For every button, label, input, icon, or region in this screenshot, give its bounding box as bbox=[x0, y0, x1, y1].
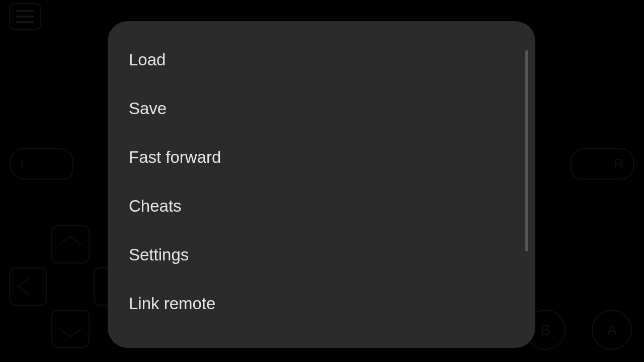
menu-list: Load Save Fast forward Cheats Settings L… bbox=[108, 21, 535, 328]
menu-item-cheats[interactable]: Cheats bbox=[108, 182, 535, 230]
menu-item-link-remote[interactable]: Link remote bbox=[108, 279, 535, 328]
emulator-menu-dialog: Load Save Fast forward Cheats Settings L… bbox=[108, 21, 535, 348]
menu-item-label: Settings bbox=[129, 245, 189, 264]
menu-item-label: Cheats bbox=[129, 197, 182, 216]
menu-item-label: Load bbox=[129, 50, 166, 69]
menu-item-load[interactable]: Load bbox=[108, 35, 535, 84]
menu-item-label: Save bbox=[129, 99, 167, 118]
menu-item-label: Link remote bbox=[129, 294, 215, 313]
menu-item-settings[interactable]: Settings bbox=[108, 230, 535, 279]
menu-item-fast-forward[interactable]: Fast forward bbox=[108, 133, 535, 182]
menu-scrollbar[interactable] bbox=[525, 50, 528, 251]
menu-item-save[interactable]: Save bbox=[108, 84, 535, 133]
menu-item-label: Fast forward bbox=[129, 148, 221, 167]
